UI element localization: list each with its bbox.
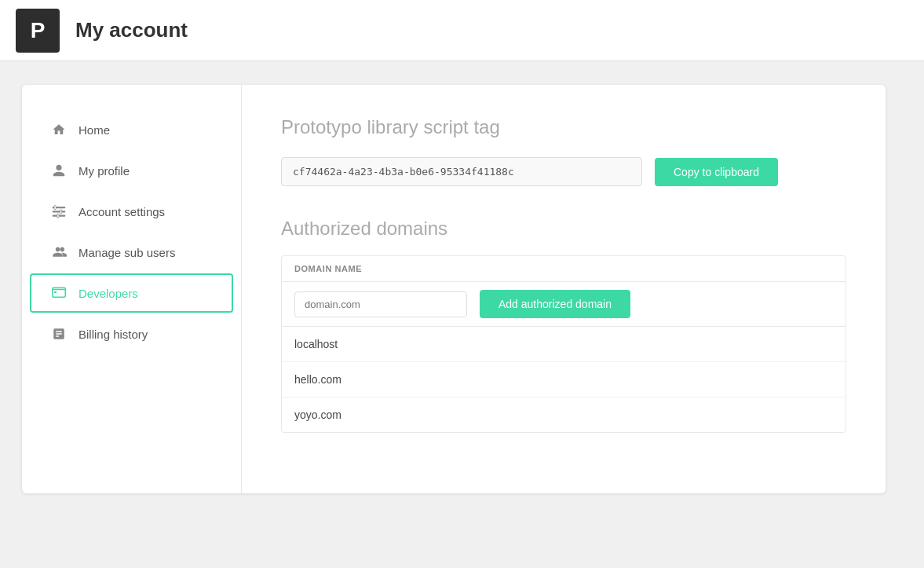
domain-table-header: DOMAIN NAME <box>282 256 845 282</box>
home-icon <box>50 121 68 138</box>
domain-table: DOMAIN NAME Add authorized domain localh… <box>281 255 846 433</box>
settings-icon <box>50 203 68 220</box>
script-tag-title: Prototypo library script tag <box>281 116 846 138</box>
logo-text: P <box>31 20 46 42</box>
users-icon <box>50 244 68 261</box>
sidebar-item-home-label: Home <box>79 123 110 137</box>
sidebar-item-my-profile[interactable]: My profile <box>30 151 233 190</box>
billing-icon <box>50 325 68 343</box>
sidebar-item-developers-label: Developers <box>79 287 138 300</box>
sidebar-item-billing-history[interactable]: Billing history <box>30 314 233 354</box>
sidebar-item-home[interactable]: Home <box>30 110 233 149</box>
domain-row: localhost <box>282 327 845 362</box>
main-background: Home My profile <box>0 61 924 568</box>
domain-row: yoyo.com <box>282 398 845 432</box>
dev-icon <box>50 284 68 302</box>
authorized-domains-title: Authorized domains <box>281 218 846 240</box>
svg-rect-5 <box>57 214 59 218</box>
logo: P <box>16 9 60 53</box>
sidebar-item-manage-sub-users[interactable]: Manage sub users <box>30 233 233 272</box>
header: P My account <box>0 0 924 61</box>
sidebar-item-manage-sub-users-label: Manage sub users <box>79 246 175 259</box>
sidebar-item-developers[interactable]: Developers <box>30 273 233 313</box>
svg-rect-1 <box>53 211 66 212</box>
page-title: My account <box>75 18 188 42</box>
copy-to-clipboard-button[interactable]: Copy to clipboard <box>655 158 778 186</box>
sidebar-item-account-settings-label: Account settings <box>79 205 165 218</box>
svg-rect-4 <box>60 210 62 214</box>
sidebar-item-account-settings[interactable]: Account settings <box>30 192 233 231</box>
svg-rect-3 <box>54 206 56 210</box>
domain-row: hello.com <box>282 362 845 398</box>
profile-icon <box>50 162 68 179</box>
domain-input-row: Add authorized domain <box>282 282 845 327</box>
content-wrapper: Home My profile <box>22 85 886 493</box>
svg-rect-7 <box>54 291 57 293</box>
sidebar-item-billing-history-label: Billing history <box>79 328 148 341</box>
domain-input[interactable] <box>294 291 467 317</box>
script-tag-input[interactable] <box>281 157 642 186</box>
sidebar-item-my-profile-label: My profile <box>79 164 130 178</box>
script-tag-row: Copy to clipboard <box>281 157 846 186</box>
add-authorized-domain-button[interactable]: Add authorized domain <box>480 290 630 318</box>
main-panel: Prototypo library script tag Copy to cli… <box>242 85 886 493</box>
sidebar: Home My profile <box>22 85 242 493</box>
